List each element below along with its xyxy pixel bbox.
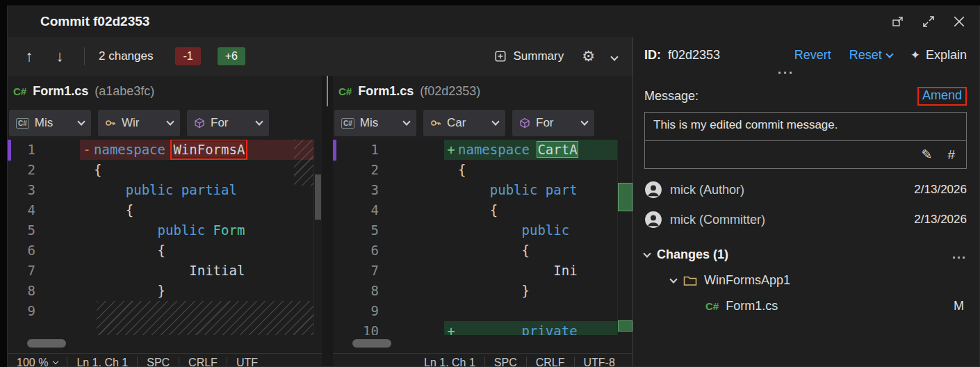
- code-line[interactable]: 1-namespace WinFormsA: [8, 140, 313, 160]
- explain-label: Explain: [926, 48, 967, 63]
- commit-ref: (f02d2353): [420, 84, 480, 99]
- zoom-level: 100 %: [17, 357, 48, 367]
- reset-label: Reset: [849, 48, 882, 63]
- zoom-dropdown[interactable]: 100 %: [8, 357, 67, 367]
- line-number[interactable]: 8: [8, 281, 40, 301]
- scrollbar-thumb[interactable]: [27, 339, 66, 348]
- code-line[interactable]: 7 Initial: [8, 261, 313, 281]
- editor-status-bar: 100 % Ln 1, Ch 1 SPC CRLF UTF: [8, 353, 322, 367]
- line-number[interactable]: 2: [333, 160, 383, 180]
- commit-details-panel: ID: f02d2353 Revert Reset ✦ Explain ... …: [633, 37, 979, 366]
- diff-addition-mark: [618, 183, 632, 211]
- expand-icon: [922, 15, 936, 28]
- summary-button[interactable]: Summary: [487, 45, 571, 67]
- code-token: part: [546, 182, 578, 197]
- line-number[interactable]: 2: [8, 160, 40, 180]
- diff-options-dropdown[interactable]: [606, 50, 623, 63]
- diff-settings-button[interactable]: ⚙: [578, 48, 599, 65]
- revert-link[interactable]: Revert: [794, 48, 831, 63]
- scrollbar-thumb[interactable]: [352, 339, 391, 348]
- change-bar: [333, 140, 336, 161]
- line-number[interactable]: 8: [333, 281, 383, 301]
- toolbar-separator: [84, 47, 85, 65]
- file-status-badge: M: [954, 299, 967, 313]
- line-number[interactable]: 10: [333, 321, 383, 335]
- chevron-down-icon: [166, 117, 174, 125]
- type-dropdown[interactable]: Wir: [98, 110, 180, 136]
- line-number[interactable]: 6: [8, 240, 40, 261]
- code-line[interactable]: 4 {: [333, 200, 617, 220]
- amend-link[interactable]: Amend: [922, 88, 962, 102]
- code-line[interactable]: 2{: [333, 160, 617, 180]
- horizontal-scrollbar: [333, 335, 632, 353]
- member-dropdown[interactable]: For: [512, 110, 594, 136]
- commit-message-input[interactable]: This is my edited commit message.: [645, 113, 966, 140]
- change-bar: [8, 140, 11, 161]
- message-label: Message:: [644, 89, 699, 104]
- project-dropdown[interactable]: C# Mis: [9, 110, 91, 136]
- generate-message-icon[interactable]: ✎: [922, 147, 933, 163]
- code-line[interactable]: 10+ private: [333, 321, 617, 335]
- explain-button[interactable]: ✦ Explain: [910, 48, 967, 63]
- line-number[interactable]: 1: [8, 140, 40, 160]
- line-number[interactable]: 3: [333, 180, 383, 200]
- type-dropdown[interactable]: Car: [423, 110, 505, 136]
- previous-change-button[interactable]: ↑: [17, 44, 41, 68]
- code-line[interactable]: 3 public partial: [8, 180, 313, 200]
- code-line[interactable]: 8 }: [8, 281, 313, 301]
- float-window-button[interactable]: [888, 11, 908, 32]
- member-dropdown[interactable]: For: [187, 110, 269, 136]
- code-line[interactable]: 8 }: [333, 281, 617, 301]
- pane-splitter[interactable]: [327, 76, 328, 106]
- commit-id-value: f02d2353: [668, 48, 720, 63]
- code-line[interactable]: 6 {: [333, 240, 617, 261]
- code-editor-after[interactable]: 1+namespace CartA2{3 public part4 {5 pub…: [333, 140, 617, 335]
- work-item-hash-icon[interactable]: #: [947, 147, 955, 163]
- navigation-dropdowns: C# Mis Car: [333, 106, 632, 140]
- line-number[interactable]: 9: [8, 301, 40, 321]
- code-line[interactable]: 4 {: [8, 200, 313, 220]
- code-line[interactable]: 9: [8, 301, 313, 321]
- caret-position: Ln 1, Ch 1: [415, 357, 484, 367]
- line-number[interactable]: 1: [333, 140, 383, 160]
- member-dropdown-label: For: [211, 116, 251, 130]
- changes-section-header[interactable]: Changes (1) ...: [644, 247, 967, 262]
- collapse-chevron-icon: [643, 250, 651, 257]
- more-actions-button[interactable]: ...: [644, 63, 967, 77]
- close-button[interactable]: [949, 11, 970, 32]
- code-line[interactable]: 6 {: [8, 240, 313, 261]
- tree-file-row[interactable]: C# Form1.cs M: [644, 299, 967, 313]
- key-icon: [430, 117, 441, 129]
- line-number[interactable]: 4: [8, 200, 40, 220]
- line-number[interactable]: 7: [8, 261, 40, 281]
- next-change-button[interactable]: ↓: [48, 44, 72, 68]
- code-line[interactable]: 9: [333, 301, 617, 321]
- changes-more-button[interactable]: ...: [952, 247, 967, 262]
- title-bar: Commit f02d2353: [8, 6, 979, 37]
- project-dropdown[interactable]: C# Mis: [334, 110, 416, 136]
- scrollbar-thumb[interactable]: [315, 174, 321, 220]
- code-line[interactable]: 1+namespace CartA: [333, 140, 617, 160]
- file-name: Form1.cs: [358, 84, 414, 99]
- code-line[interactable]: 7 Ini: [333, 261, 617, 281]
- line-number[interactable]: 7: [333, 261, 383, 281]
- code-token: namespace: [94, 142, 173, 157]
- code-line[interactable]: 5 public Form: [8, 220, 313, 240]
- line-number[interactable]: 9: [333, 301, 383, 321]
- line-number[interactable]: 3: [8, 180, 40, 200]
- tree-folder-row[interactable]: WinFormsApp1: [644, 273, 967, 288]
- line-number[interactable]: 5: [333, 220, 383, 240]
- code-line[interactable]: 3 public part: [333, 180, 617, 200]
- code-line[interactable]: 5 public: [333, 220, 617, 240]
- file-name: Form1.cs: [33, 84, 88, 99]
- diff-marker: +: [444, 140, 458, 160]
- expand-button[interactable]: [918, 11, 939, 32]
- code-line[interactable]: 2{: [8, 160, 313, 180]
- code-token: [458, 323, 522, 335]
- line-number[interactable]: 4: [333, 200, 383, 220]
- line-number[interactable]: 5: [8, 220, 40, 240]
- line-number[interactable]: 6: [333, 240, 383, 261]
- reset-dropdown[interactable]: Reset: [849, 48, 892, 63]
- chevron-down-icon: [77, 117, 85, 125]
- code-editor-before[interactable]: 1-namespace WinFormsA2{3 public partial4…: [8, 140, 313, 335]
